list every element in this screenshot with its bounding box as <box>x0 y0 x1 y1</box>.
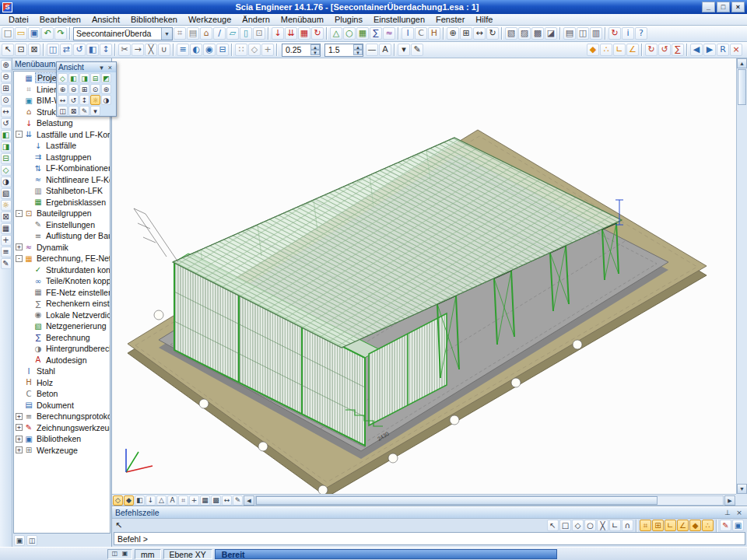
tree-item-zeichnungswerkzeuge[interactable]: +✎Zeichnungswerkzeuge <box>14 422 110 434</box>
status-plane[interactable]: Ebene XY <box>163 549 212 559</box>
tree-item-belastung[interactable]: ↓Belastung <box>14 117 110 129</box>
ansicht-palette[interactable]: Ansicht ▾ × ◇◧◨⊟◩⊕⊖⊞⊙⊛↔↺↕☼◑◫⊠✎▾ <box>56 61 117 117</box>
redraw-icon[interactable]: ↻ <box>645 44 658 56</box>
print-icon[interactable]: ▤ <box>563 27 576 40</box>
vertical-scrollbar[interactable]: ▲ ▼ <box>736 58 747 494</box>
panel-windows-icon[interactable]: ◫ <box>26 535 37 546</box>
tree-item-nichtlineare-lf-kombi[interactable]: ≈Nichtlineare LF-Kombi <box>14 174 110 186</box>
tree-item-beton[interactable]: CBeton <box>14 388 110 400</box>
numbers-toggle-icon[interactable]: ⌗ <box>178 495 188 506</box>
scroll-right-icon[interactable]: ▶ <box>724 495 735 506</box>
tree-item-dokument[interactable]: ▤Dokument <box>14 400 110 411</box>
tree-item-lastfälle[interactable]: ↓Lastfälle <box>14 140 110 152</box>
hidden-lines-icon[interactable]: ▩ <box>531 27 544 40</box>
select-cursor-icon[interactable]: ↖ <box>2 44 14 56</box>
tree-item-berechnung-fe-netz[interactable]: -▦Berechnung, FE-Netz <box>14 253 110 264</box>
zoom-out-icon[interactable]: ⊖ <box>68 84 79 94</box>
info-icon[interactable]: i <box>622 27 634 40</box>
loads-toggle-icon[interactable]: ↓ <box>146 495 156 506</box>
tracking-icon[interactable]: ∴ <box>702 520 714 531</box>
walk-icon[interactable]: ↕ <box>79 95 89 105</box>
tree-item-holz[interactable]: HHolz <box>14 377 110 389</box>
center-snap-icon[interactable]: ○ <box>584 520 596 531</box>
menu-bearbeiten[interactable]: Bearbeiten <box>34 15 86 24</box>
menu-fenster[interactable]: Fenster <box>430 15 470 24</box>
perspective-icon[interactable]: ◪ <box>545 27 557 40</box>
tree-item-netzgenerierung[interactable]: ▧Netzgenerierung <box>14 320 110 332</box>
view-params-icon[interactable]: ✎ <box>79 106 89 116</box>
menu-plugins[interactable]: Plugins <box>329 15 368 24</box>
snap-mode-icon[interactable]: ◇ <box>248 44 261 56</box>
menu-werkzeuge[interactable]: Werkzeuge <box>183 15 237 24</box>
spinner-down-icon[interactable]: ▼ <box>353 50 363 55</box>
tree-item-lf-kombinationen[interactable]: ⇅LF-Kombinationen <box>14 163 110 174</box>
status-units[interactable]: mm <box>135 549 161 559</box>
edit-icon[interactable]: ✎ <box>1 258 12 269</box>
display-scale-spinner[interactable]: 1.5 ▲▼ <box>324 44 363 57</box>
hinge-icon[interactable]: ○ <box>343 27 356 40</box>
zoom-window-icon[interactable]: ⊞ <box>79 84 89 94</box>
viewflag-axo-icon[interactable]: ◇ <box>113 495 123 506</box>
horizontal-scrollbar[interactable] <box>255 495 724 506</box>
expand-icon[interactable]: + <box>16 436 23 443</box>
surface-toggle-icon[interactable]: ▦ <box>200 495 210 506</box>
named-view-icon[interactable]: ▾ <box>398 44 410 56</box>
line-load-icon[interactable]: ⇊ <box>285 27 297 40</box>
pan-icon[interactable]: ↔ <box>58 95 68 105</box>
plate-2d-icon[interactable]: ▱ <box>226 27 239 40</box>
horizontal-scroll-thumb[interactable] <box>256 496 658 505</box>
load-scale-spinner[interactable]: 0.25 ▲▼ <box>282 44 321 57</box>
tree-item-stahlbeton-lfk[interactable]: ▥Stahlbeton-LFK <box>14 185 110 197</box>
tree-item-autodesign[interactable]: AAutodesign <box>14 355 110 366</box>
tree-item-lastgruppen[interactable]: ⇉Lastgruppen <box>14 152 110 163</box>
trim-icon[interactable]: ✂ <box>118 44 131 56</box>
restore-button[interactable]: □ <box>717 2 730 12</box>
tangent-snap-icon[interactable]: ∩ <box>622 520 633 531</box>
moment-load-icon[interactable]: ↻ <box>311 27 324 40</box>
rotate-view-icon[interactable]: ↺ <box>1 118 12 129</box>
tree-item-lokale-netzverdichtur[interactable]: ◉Lokale Netzverdichtur <box>14 310 110 321</box>
help-icon[interactable]: ? <box>635 27 647 40</box>
layout-icon[interactable]: ▣ <box>121 550 129 558</box>
open-project-icon[interactable]: ▭ <box>15 27 27 40</box>
line-width-icon[interactable]: — <box>366 44 378 56</box>
results-icon[interactable]: ≈ <box>383 27 395 40</box>
concrete-icon[interactable]: C <box>415 27 427 40</box>
spinner-up-icon[interactable]: ▲ <box>353 44 363 50</box>
light-icon[interactable]: ☼ <box>90 95 100 105</box>
chevron-down-icon[interactable]: ▼ <box>161 28 172 40</box>
local-axes-toggle-icon[interactable]: + <box>189 495 199 506</box>
tree-item-berechnung[interactable]: ∑Berechnung <box>14 332 110 344</box>
rotate-view-icon[interactable]: ↻ <box>486 27 499 40</box>
polar-track-icon[interactable]: ∠ <box>626 44 639 56</box>
view-back-icon[interactable]: ◩ <box>101 73 111 83</box>
ucs-icon[interactable]: + <box>261 44 274 56</box>
pan-icon[interactable]: ↔ <box>473 27 486 40</box>
tree-item-ergebnisklassen[interactable]: ▦Ergebnisklassen <box>14 197 110 208</box>
copy-icon[interactable]: ◫ <box>47 44 59 56</box>
stretch-icon[interactable]: ↕ <box>100 44 112 56</box>
extend-icon[interactable]: → <box>132 44 144 56</box>
snap-settings-icon[interactable]: ✎ <box>720 520 731 531</box>
scroll-up-icon[interactable]: ▲ <box>737 58 747 68</box>
collapse-icon[interactable]: - <box>16 131 23 138</box>
close-icon[interactable]: × <box>735 509 744 516</box>
opening-icon[interactable]: ⊡ <box>253 27 265 40</box>
expand-icon[interactable]: + <box>16 424 23 431</box>
render-icon[interactable]: ◑ <box>1 177 12 187</box>
member-1d-icon[interactable]: ∕ <box>213 27 226 40</box>
menu-ndern[interactable]: Ändern <box>237 15 275 24</box>
fast-settings-icon[interactable]: ✎ <box>233 495 243 506</box>
list-icon[interactable]: ≡ <box>1 247 12 257</box>
midpoint-snap-icon[interactable]: ◇ <box>572 520 584 531</box>
activity-icon[interactable]: ◐ <box>190 44 202 56</box>
grid-icon[interactable]: ▦ <box>1 223 12 234</box>
rotate-icon[interactable]: ↺ <box>73 44 86 56</box>
section-icon[interactable]: ⊠ <box>68 106 79 116</box>
gallery-icon[interactable]: ◫ <box>577 27 589 40</box>
dynamic-input-icon[interactable]: ▣ <box>732 520 744 531</box>
menu-einstellungen[interactable]: Einstellungen <box>368 15 430 24</box>
shadow-icon[interactable]: ◑ <box>101 95 111 105</box>
move-icon[interactable]: ⇄ <box>60 44 72 56</box>
menu-ansicht[interactable]: Ansicht <box>86 15 125 24</box>
